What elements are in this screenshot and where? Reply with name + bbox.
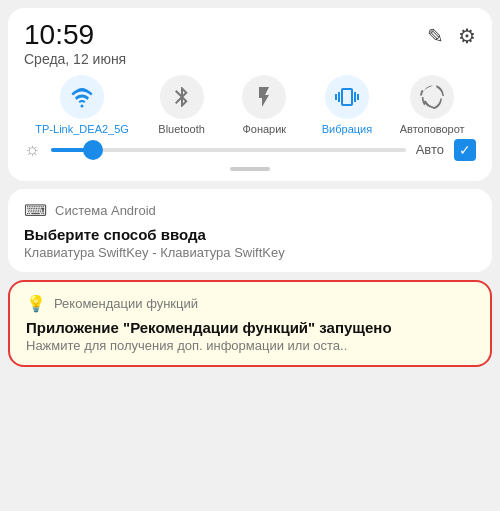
android-input-notification[interactable]: ⌨ Система Android Выберите способ ввода …	[8, 189, 492, 272]
bluetooth-icon-circle	[160, 75, 204, 119]
vibration-icon	[335, 85, 359, 109]
brightness-row: ☼ Авто ✓	[24, 139, 476, 161]
autorotate-icon-circle	[410, 75, 454, 119]
feature-title: Приложение "Рекомендации функций" запуще…	[26, 319, 474, 336]
vibration-icon-circle	[325, 75, 369, 119]
notification-panel: 10:59 Среда, 12 июня ✎ ⚙ TP-Lin	[0, 0, 500, 511]
status-bar: 10:59 Среда, 12 июня ✎ ⚙	[24, 20, 476, 67]
keyboard-icon: ⌨	[24, 201, 47, 220]
lightbulb-icon: 💡	[26, 294, 46, 313]
brightness-thumb	[83, 140, 103, 160]
autorotate-label: Автоповорот	[400, 123, 465, 135]
qs-vibration[interactable]: Вибрация	[317, 75, 377, 135]
feature-body: Нажмите для получения доп. информации ил…	[26, 338, 474, 353]
bluetooth-icon	[170, 85, 194, 109]
settings-icon[interactable]: ⚙	[458, 24, 476, 48]
feature-recommendations-notification[interactable]: 💡 Рекомендации функций Приложение "Реком…	[8, 280, 492, 367]
top-card: 10:59 Среда, 12 июня ✎ ⚙ TP-Lin	[8, 8, 492, 181]
qs-autorotate[interactable]: Автоповорот	[400, 75, 465, 135]
notif-app-name: Система Android	[55, 203, 156, 218]
drag-handle	[230, 167, 270, 171]
qs-flashlight[interactable]: Фонарик	[234, 75, 294, 135]
feature-app-name: Рекомендации функций	[54, 296, 198, 311]
qs-wifi[interactable]: TP-Link_DEA2_5G	[35, 75, 129, 135]
wifi-label: TP-Link_DEA2_5G	[35, 123, 129, 135]
flashlight-icon-circle	[242, 75, 286, 119]
date-label: Среда, 12 июня	[24, 51, 126, 67]
svg-point-0	[81, 104, 84, 107]
wifi-icon-circle	[60, 75, 104, 119]
wifi-icon	[70, 85, 94, 109]
auto-check-button[interactable]: ✓	[454, 139, 476, 161]
autorotate-icon	[420, 85, 444, 109]
time-block: 10:59 Среда, 12 июня	[24, 20, 126, 67]
edit-icon[interactable]: ✎	[427, 24, 444, 48]
checkmark-icon: ✓	[459, 142, 471, 158]
bluetooth-label: Bluetooth	[158, 123, 204, 135]
brightness-slider[interactable]	[51, 148, 406, 152]
brightness-low-icon: ☼	[24, 139, 41, 160]
notif-body: Клавиатура SwiftKey - Клавиатура SwiftKe…	[24, 245, 476, 260]
notif-title: Выберите способ ввода	[24, 226, 476, 243]
flashlight-icon	[252, 85, 276, 109]
auto-label: Авто	[416, 142, 444, 157]
feature-header: 💡 Рекомендации функций	[26, 294, 474, 313]
quick-settings-row: TP-Link_DEA2_5G Bluetooth Фонарик	[24, 75, 476, 135]
flashlight-label: Фонарик	[242, 123, 286, 135]
qs-bluetooth[interactable]: Bluetooth	[152, 75, 212, 135]
notif-header: ⌨ Система Android	[24, 201, 476, 220]
top-action-icons: ✎ ⚙	[427, 24, 476, 48]
vibration-label: Вибрация	[322, 123, 372, 135]
clock-time: 10:59	[24, 20, 126, 51]
